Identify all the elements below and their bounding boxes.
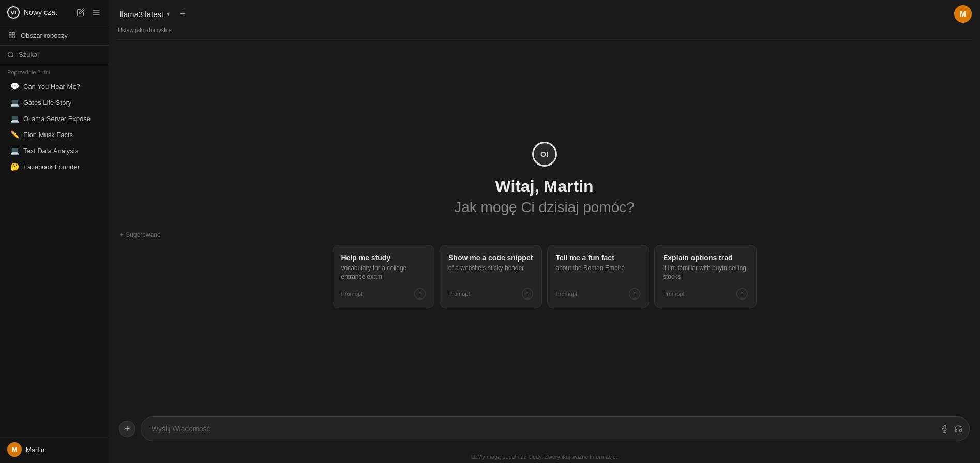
card-prompt-label-3: Promopt [663, 291, 685, 297]
sidebar-item-icon-text-data: 💻 [10, 146, 19, 155]
sidebar-item-gates-life[interactable]: 💻 Gates Life Story [3, 95, 105, 110]
svg-line-8 [12, 56, 14, 57]
welcome-subtitle: Jak mogę Ci dzisiaj pomóc? [454, 199, 635, 216]
sidebar-item-facebook[interactable]: 🤔 Facebook Founder [3, 159, 105, 174]
svg-rect-3 [9, 33, 11, 35]
card-title-1: Show me a code snippet [448, 253, 533, 262]
suggestion-card-0[interactable]: Help me study vocabulary for a college e… [333, 245, 435, 309]
add-btn-label: + [125, 424, 130, 435]
card-subtitle-2: about the Roman Empire [556, 264, 641, 273]
suggestion-card-3[interactable]: Explain options trad if I'm familiar wit… [654, 245, 757, 309]
oi-logo: OI [532, 142, 557, 167]
card-prompt-label-1: Promopt [448, 291, 470, 297]
workspace-icon [7, 31, 17, 40]
suggestion-card-2[interactable]: Tell me a fun fact about the Roman Empir… [547, 245, 650, 309]
card-subtitle-1: of a website's sticky header [448, 264, 533, 273]
sidebar-item-icon-facebook: 🤔 [10, 162, 19, 171]
sidebar-item-icon-can-you-hear: 💬 [10, 82, 19, 91]
card-title-2: Tell me a fun fact [556, 253, 641, 262]
sidebar-item-label-ollama-server: Ollama Server Expose [23, 115, 91, 123]
svg-rect-9 [944, 425, 946, 429]
workspace-item[interactable]: Obszar roboczy [0, 25, 109, 46]
sidebar-header-icons [76, 7, 101, 18]
sidebar-header: OI Nowy czat [0, 0, 109, 25]
svg-point-7 [8, 52, 13, 56]
add-attachment-button[interactable]: + [119, 421, 135, 437]
search-icon [7, 51, 14, 58]
suggested-label: ✦ Sugerowane [119, 231, 161, 238]
user-avatar-top: M [954, 5, 972, 23]
oi-logo-text: OI [540, 150, 548, 158]
card-footer-0: Promopt ↑ [341, 283, 426, 300]
model-selector-button[interactable]: llama3:latest ▾ [117, 8, 173, 21]
sidebar-logo-area: OI Nowy czat [7, 6, 57, 19]
chevron-down-icon: ▾ [167, 10, 170, 18]
workspace-label: Obszar roboczy [21, 32, 68, 39]
section-label: Poprzednie 7 dni [0, 64, 109, 78]
sidebar-footer: M Martin [0, 436, 109, 463]
user-name: Martin [26, 446, 44, 454]
sidebar: OI Nowy czat [0, 0, 109, 463]
headphone-button[interactable] [954, 425, 962, 433]
bottom-notice: LLMy mogą popełniać błędy. Zweryfikuj wa… [109, 452, 980, 463]
card-arrow-2: ↑ [629, 288, 640, 300]
center-content: OI Witaj, Martin Jak mogę Ci dzisiaj pom… [109, 40, 980, 410]
topbar: llama3:latest ▾ + M [117, 0, 972, 23]
card-subtitle-0: vocabulary for a college entrance exam [341, 264, 426, 281]
card-title-3: Explain options trad [663, 253, 748, 262]
card-arrow-0: ↑ [414, 288, 426, 300]
card-footer-3: Promopt ↑ [663, 283, 748, 300]
card-footer-2: Promopt ↑ [556, 283, 641, 300]
add-tab-button[interactable]: + [177, 8, 189, 21]
set-default-label[interactable]: Ustaw jako domyślne [118, 27, 172, 33]
sidebar-item-label-gates-life: Gates Life Story [23, 99, 71, 107]
search-label: Szukaj [19, 51, 39, 58]
sidebar-item-ollama-server[interactable]: 💻 Ollama Server Expose [3, 111, 105, 126]
card-prompt-label-2: Promopt [556, 291, 578, 297]
card-arrow-3: ↑ [736, 288, 748, 300]
card-title-0: Help me study [341, 253, 426, 262]
card-subtitle-3: if I'm familiar with buyin selling stock… [663, 264, 748, 281]
sidebar-item-elon-facts[interactable]: ✏️ Elon Musk Facts [3, 127, 105, 142]
search-area[interactable]: Szukaj [0, 46, 109, 64]
sidebar-item-label-can-you-hear: Can You Hear Me? [23, 83, 80, 91]
suggestion-card-1[interactable]: Show me a code snippet of a website's st… [440, 245, 542, 309]
suggestions-row: Help me study vocabulary for a college e… [333, 245, 757, 309]
sidebar-item-label-text-data: Text Data Analysis [23, 147, 78, 155]
svg-rect-6 [9, 36, 11, 38]
sidebar-item-icon-elon-facts: ✏️ [10, 130, 19, 139]
sidebar-item-icon-gates-life: 💻 [10, 98, 19, 107]
edit-icon-button[interactable] [76, 7, 86, 18]
sidebar-item-text-data[interactable]: 💻 Text Data Analysis [3, 143, 105, 158]
welcome-title: Witaj, Martin [495, 177, 594, 196]
logo-text: OI [11, 10, 16, 15]
card-arrow-1: ↑ [522, 288, 533, 300]
message-input[interactable] [141, 416, 970, 441]
svg-rect-4 [12, 33, 14, 35]
menu-icon-button[interactable] [91, 7, 101, 18]
new-chat-label[interactable]: Nowy czat [24, 8, 57, 17]
user-initial: M [12, 446, 17, 453]
input-right-icons [941, 425, 962, 433]
sidebar-items-list: 💬 Can You Hear Me? 💻 Gates Life Story 💻 … [0, 78, 109, 175]
card-footer-1: Promopt ↑ [448, 283, 533, 300]
input-area: + [109, 410, 980, 452]
input-wrapper [141, 416, 970, 441]
main-panel: llama3:latest ▾ + M Ustaw jako domyślne … [109, 0, 980, 463]
sidebar-item-label-elon-facts: Elon Musk Facts [23, 131, 73, 139]
sidebar-item-can-you-hear[interactable]: 💬 Can You Hear Me? [3, 79, 105, 94]
microphone-button[interactable] [941, 425, 949, 433]
user-avatar: M [7, 442, 22, 457]
sidebar-item-label-facebook: Facebook Founder [23, 163, 80, 171]
svg-rect-5 [12, 36, 14, 38]
card-prompt-label-0: Promopt [341, 291, 363, 297]
model-name: llama3:latest [120, 10, 163, 19]
sidebar-logo: OI [7, 6, 20, 19]
sidebar-item-icon-ollama-server: 💻 [10, 114, 19, 123]
